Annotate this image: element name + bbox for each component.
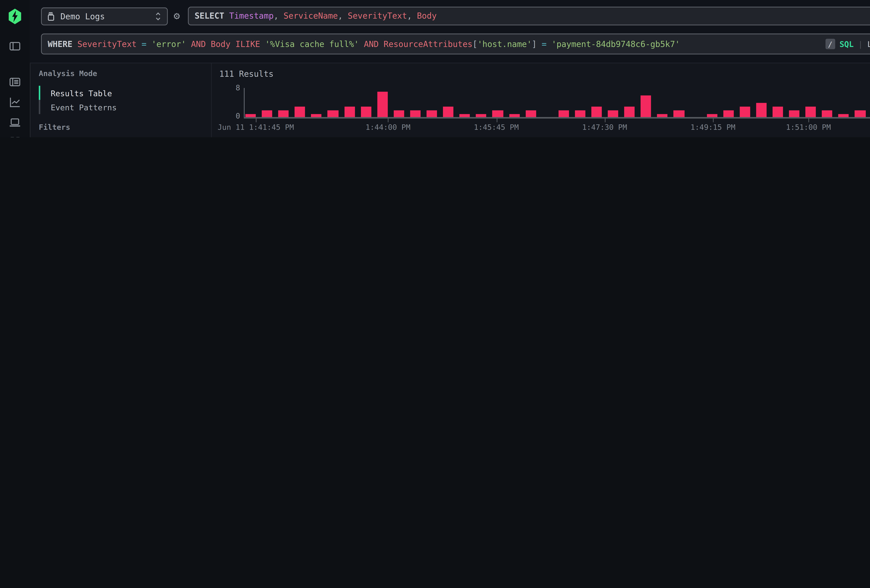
filters-sidebar: Analysis Mode Results Table Event Patter… xyxy=(30,63,211,137)
x-tick-label: 1:45:45 PM xyxy=(474,123,519,131)
histogram-bar xyxy=(295,107,305,118)
histogram-bar xyxy=(443,107,453,118)
histogram-bar xyxy=(526,110,536,118)
histogram-bar xyxy=(855,110,865,118)
select-chevrons-icon xyxy=(155,12,161,21)
select-query-input[interactable]: SELECT Timestamp, ServiceName, SeverityT… xyxy=(188,7,870,25)
sessions-icon[interactable] xyxy=(9,116,21,128)
where-query-text: WHERE SeverityText = 'error' AND Body IL… xyxy=(48,39,680,49)
histogram-bar xyxy=(262,110,272,118)
sidebar-toggle-icon[interactable] xyxy=(9,40,21,52)
lucene-mode-button[interactable]: Lucene xyxy=(867,40,870,48)
histogram-bar xyxy=(492,110,503,118)
search-logs-icon[interactable] xyxy=(9,76,21,88)
mode-results-table[interactable]: Results Table xyxy=(39,86,203,100)
analysis-mode-heading: Analysis Mode xyxy=(39,69,97,77)
histogram-bar xyxy=(377,92,388,118)
slash-shortcut-badge: / xyxy=(825,39,835,49)
x-tick-mark xyxy=(496,118,497,122)
x-tick-label: 1:47:30 PM xyxy=(582,123,627,131)
histogram-bar xyxy=(575,110,585,118)
histogram-bar xyxy=(278,110,289,118)
chart-explorer-icon[interactable] xyxy=(9,96,21,108)
histogram-bar xyxy=(723,110,734,118)
x-tick-mark xyxy=(808,118,809,122)
mode-event-patterns[interactable]: Event Patterns xyxy=(39,100,203,114)
x-tick-label: 1:51:00 PM xyxy=(786,123,831,131)
result-count: 111 Results xyxy=(219,69,274,79)
histogram-bar xyxy=(740,107,750,118)
histogram-bar xyxy=(608,110,618,118)
histogram-bar xyxy=(559,110,569,118)
where-query-input[interactable]: WHERE SeverityText = 'error' AND Body IL… xyxy=(41,34,870,54)
gear-icon[interactable]: ⚙ xyxy=(171,10,183,22)
mode-event-patterns-label: Event Patterns xyxy=(51,103,116,111)
x-tick-label: Jun 11 1:41:45 PM xyxy=(218,123,294,131)
select-query-text: SELECT Timestamp, ServiceName, SeverityT… xyxy=(195,11,437,21)
language-divider: | xyxy=(858,40,863,48)
histogram-bar xyxy=(393,110,404,118)
filters-heading: Filters xyxy=(39,123,70,131)
histogram-bar xyxy=(624,107,635,118)
histogram-bar xyxy=(591,107,602,118)
histogram-bar xyxy=(361,107,371,118)
dashboards-icon[interactable] xyxy=(9,136,21,137)
y-axis-line xyxy=(244,88,244,118)
x-tick-mark xyxy=(256,118,256,122)
results-histogram[interactable] xyxy=(244,88,870,118)
histogram-bar xyxy=(773,107,783,118)
source-selector-label: Demo Logs xyxy=(60,12,105,21)
left-rail: ? U xyxy=(0,0,31,137)
histogram-bar xyxy=(410,110,420,118)
x-tick-mark xyxy=(388,118,389,122)
chart-y-min-label: 0 xyxy=(228,112,240,120)
query-language-toggle: / SQL | Lucene xyxy=(825,34,870,54)
x-tick-mark xyxy=(605,118,605,122)
histogram-bar xyxy=(641,95,651,118)
histogram-bars xyxy=(245,88,870,118)
source-selector[interactable]: Demo Logs xyxy=(41,7,168,25)
x-tick-mark xyxy=(713,118,714,122)
x-tick-label: 1:49:15 PM xyxy=(690,123,735,131)
chart-y-max-label: 8 xyxy=(222,83,240,92)
sql-mode-button[interactable]: SQL xyxy=(840,40,854,48)
histogram-bar xyxy=(756,103,766,118)
query-toolbar: Demo Logs ⚙ SELECT Timestamp, ServiceNam… xyxy=(30,0,870,63)
app-window: ? U Demo Logs ⚙ SELECT Timestamp, Servic… xyxy=(0,0,870,137)
histogram-bar xyxy=(674,110,684,118)
database-icon xyxy=(48,12,56,21)
histogram-bar xyxy=(344,107,355,118)
histogram-bar xyxy=(789,110,800,118)
hyperdx-logo-icon[interactable] xyxy=(7,8,22,25)
histogram-bar xyxy=(427,110,437,118)
x-tick-label: 1:44:00 PM xyxy=(366,123,410,131)
histogram-bar xyxy=(806,107,816,118)
x-axis-ticks: Jun 11 1:41:45 PM1:44:00 PM1:45:45 PM1:4… xyxy=(244,118,870,134)
histogram-bar xyxy=(328,110,338,118)
results-panel: 111 Results Scanned Rows: 8192 8 0 Jun 1… xyxy=(211,63,870,137)
mode-results-table-label: Results Table xyxy=(51,88,112,97)
histogram-bar xyxy=(822,110,833,118)
